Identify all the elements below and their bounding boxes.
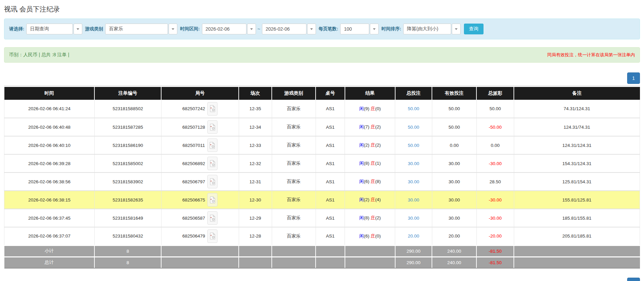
cell-remark: 155.81/125.81 (514, 191, 640, 209)
cell-total-bet: 50.00 (395, 136, 432, 154)
cell-bet-id: 523181580432 (94, 227, 161, 245)
chevron-down-icon (77, 28, 79, 30)
column-header: 游戏类别 (272, 87, 316, 100)
video-replay-button[interactable] (207, 120, 217, 134)
result-player-score: (8) (364, 215, 370, 220)
result-banker: 庄 (371, 143, 375, 148)
video-replay-button[interactable] (207, 175, 217, 188)
date-from-value[interactable]: 2026-02-06 (202, 24, 246, 34)
table-row: 2026-02-06 06:37:07523181580432682506479… (4, 227, 640, 245)
result-banker-score: (8) (375, 179, 381, 184)
cell-total-bet: 30.00 (395, 154, 432, 173)
time-sort-select[interactable]: 降冪(由大到小) (403, 24, 461, 34)
date-to-select[interactable]: 2026-02-06 (262, 24, 316, 34)
date-from-select[interactable]: 2026-02-06 (202, 24, 256, 34)
result-player: 闲 (359, 124, 364, 129)
date-from-caret-button[interactable] (247, 24, 256, 34)
result-banker: 庄 (371, 233, 375, 239)
cell-payout: 28.50 (476, 173, 514, 191)
cell-remark: 74.31/124.31 (514, 100, 640, 118)
time-sort-label: 时间排序: (381, 26, 401, 32)
footer-payout-value: -81.50 (489, 249, 501, 254)
query-type-value[interactable]: 日期查询 (26, 24, 73, 34)
query-type-select[interactable]: 日期查询 (26, 24, 82, 34)
cell-valid-bet: 30.00 (432, 173, 476, 191)
column-header: 桌号 (316, 87, 345, 100)
cell-total-bet: 50.00 (395, 118, 432, 136)
result-player: 闲 (359, 106, 364, 111)
total-bet-link[interactable]: 50.00 (408, 143, 419, 148)
page-1-button[interactable]: 1 (627, 72, 640, 84)
cell-bet-id: 523181585002 (94, 154, 161, 173)
result-player-score: (9) (364, 106, 370, 111)
game-type-select[interactable]: 百家乐 (105, 24, 177, 34)
chevron-down-icon (310, 28, 313, 30)
total-bet-link[interactable]: 30.00 (408, 216, 419, 221)
video-replay-icon (210, 196, 215, 204)
result-player: 闲 (359, 197, 364, 202)
video-replay-button[interactable] (207, 102, 217, 116)
result-player-score: (2) (364, 143, 370, 148)
result-player: 闲 (359, 233, 364, 239)
cell-round-id: 682506587 (161, 209, 239, 227)
footer-valid-bet: 240.00 (432, 245, 476, 257)
cell-round-id: 682507128 (161, 118, 239, 136)
total-bet-link[interactable]: 30.00 (408, 161, 419, 166)
cell-payout: 50.00 (476, 100, 514, 118)
table-row: 2026-02-06 06:40:48523181587285682507128… (4, 118, 640, 136)
round-id-text: 682507242 (182, 106, 205, 111)
cell-session: 12-29 (239, 209, 272, 227)
time-range-label: 时间区间: (180, 26, 200, 32)
round-id-text: 682506892 (182, 161, 205, 166)
footer-count: 8 (94, 245, 161, 257)
per-page-select[interactable]: 100 (340, 24, 379, 34)
date-to-value[interactable]: 2026-02-06 (262, 24, 306, 34)
date-to-caret-button[interactable] (307, 24, 316, 34)
video-replay-button[interactable] (207, 229, 217, 243)
round-id-text: 682506587 (182, 216, 205, 221)
cell-round-id: 682506479 (161, 227, 239, 245)
game-type-caret-button[interactable] (169, 24, 177, 34)
game-type-value[interactable]: 百家乐 (105, 24, 168, 34)
search-button[interactable]: 查询 (464, 24, 484, 34)
page-1-button-bottom[interactable]: 1 (627, 278, 640, 281)
footer-payout: -81.50 (476, 245, 514, 257)
time-sort-caret-button[interactable] (452, 24, 461, 34)
cell-valid-bet: 30.00 (432, 154, 476, 173)
cell-result: 闲(9) 庄(0) (345, 100, 395, 118)
cell-session: 12-30 (239, 191, 272, 209)
payout-value: -30.00 (489, 197, 501, 202)
video-replay-button[interactable] (207, 138, 217, 152)
pagination-bottom: 1 (627, 278, 640, 281)
total-bet-link[interactable]: 30.00 (408, 197, 419, 202)
video-replay-button[interactable] (207, 193, 217, 207)
cell-time: 2026-02-06 06:40:10 (4, 136, 95, 154)
cell-table-no: AS1 (316, 154, 345, 173)
cell-remark: 124.31/74.31 (514, 118, 640, 136)
column-header: 时间 (4, 87, 95, 100)
total-bet-link[interactable]: 20.00 (408, 233, 419, 239)
per-page-value[interactable]: 100 (340, 24, 369, 34)
total-bet-link[interactable]: 30.00 (408, 179, 419, 184)
result-banker-score: (2) (375, 124, 381, 129)
video-replay-button[interactable] (207, 157, 217, 170)
footer-label: 总计 (4, 257, 95, 268)
total-bet-link[interactable]: 50.00 (408, 125, 419, 130)
cell-valid-bet: 0.00 (432, 136, 476, 154)
cell-game-type: 百家乐 (272, 100, 316, 118)
payout-value: -20.00 (489, 233, 501, 239)
cell-session: 12-35 (239, 100, 272, 118)
result-player-score: (7) (364, 124, 370, 129)
per-page-caret-button[interactable] (370, 24, 379, 34)
footer-payout: -81.50 (476, 257, 514, 268)
round-id-text: 682506479 (182, 233, 205, 239)
footer-total-bet: 290.00 (395, 245, 432, 257)
footer-valid-bet: 240.00 (432, 257, 476, 268)
cell-game-type: 百家乐 (272, 173, 316, 191)
video-replay-button[interactable] (207, 211, 217, 225)
result-banker-score: (2) (375, 215, 381, 220)
total-bet-link[interactable]: 50.00 (408, 106, 419, 111)
time-sort-value[interactable]: 降冪(由大到小) (403, 24, 451, 34)
cell-payout: -30.00 (476, 154, 514, 173)
query-type-caret-button[interactable] (74, 24, 82, 34)
